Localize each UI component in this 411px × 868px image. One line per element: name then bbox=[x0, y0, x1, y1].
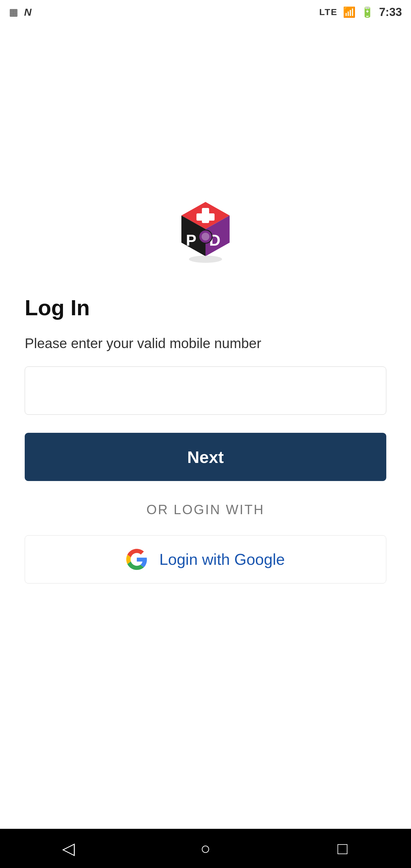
svg-text:P: P bbox=[186, 231, 196, 249]
app-logo: P D bbox=[169, 199, 242, 265]
status-bar-left-icons: ▦ N bbox=[9, 6, 32, 18]
back-nav-icon[interactable]: ◁ bbox=[56, 836, 81, 861]
home-nav-icon[interactable]: ○ bbox=[193, 836, 218, 861]
next-button[interactable]: Next bbox=[25, 433, 386, 481]
svg-point-8 bbox=[201, 233, 210, 241]
google-icon bbox=[126, 549, 147, 570]
battery-icon: 🔋 bbox=[361, 6, 374, 18]
status-bar-right-icons: LTE 📶 🔋 7:33 bbox=[319, 6, 402, 19]
login-title: Log In bbox=[25, 296, 386, 320]
n-icon: N bbox=[24, 6, 32, 18]
login-section: Log In Please enter your valid mobile nu… bbox=[25, 296, 386, 584]
recents-nav-icon[interactable]: □ bbox=[330, 836, 355, 861]
time-display: 7:33 bbox=[379, 6, 402, 19]
logo-container: P D bbox=[169, 199, 242, 265]
lte-label: LTE bbox=[319, 7, 338, 17]
notification-icon: ▦ bbox=[9, 6, 18, 18]
svg-point-9 bbox=[189, 255, 222, 263]
svg-rect-2 bbox=[196, 213, 215, 221]
signal-icon: 📶 bbox=[343, 6, 355, 18]
bottom-nav: ◁ ○ □ bbox=[0, 829, 411, 868]
main-content: P D Log In Please enter your valid mobil… bbox=[0, 24, 411, 868]
status-bar: ▦ N LTE 📶 🔋 7:33 bbox=[0, 0, 411, 24]
phone-input[interactable] bbox=[25, 367, 386, 415]
google-login-button[interactable]: Login with Google bbox=[25, 535, 386, 584]
or-divider: OR LOGIN WITH bbox=[25, 502, 386, 517]
login-subtitle: Please enter your valid mobile number bbox=[25, 335, 386, 351]
